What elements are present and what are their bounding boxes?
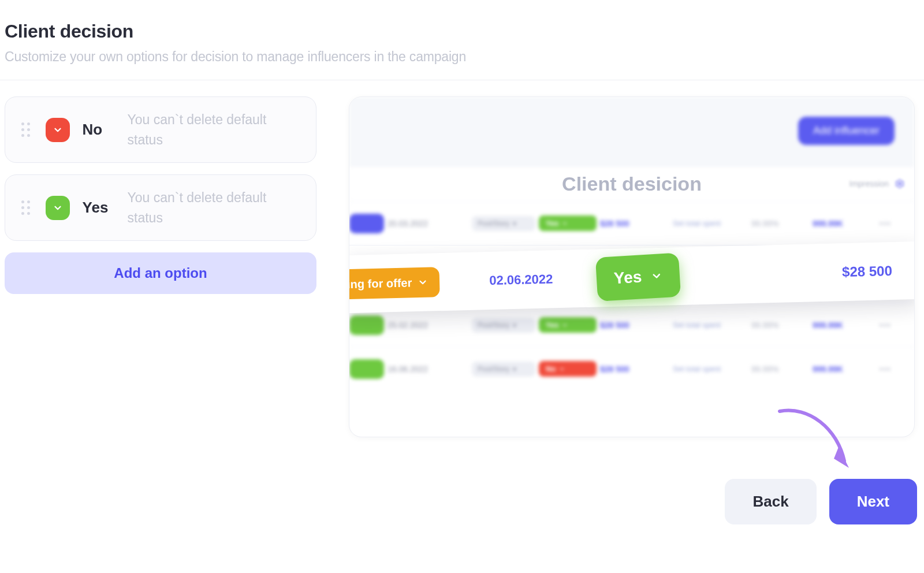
wizard-footer: Back Next — [725, 479, 917, 524]
focus-row-amount: $28 500 — [842, 263, 892, 280]
set-total-spent[interactable]: Set total spent — [673, 321, 748, 329]
row-amount: $28 500 — [600, 364, 669, 374]
option-row-no[interactable]: No You can`t delete default status — [5, 96, 316, 163]
table-row: 16.06.2022 Post/Story ▾ No $28 500 Set t… — [349, 347, 914, 390]
svg-point-1 — [899, 183, 901, 185]
preview-panel: Add influencer Client desicion Impressio… — [349, 96, 915, 437]
column-title: Client desicion — [562, 173, 702, 195]
set-total-spent[interactable]: Set total spent — [673, 219, 748, 228]
row-menu-icon[interactable]: ••• — [880, 219, 908, 228]
row-fragment-chip — [349, 214, 384, 233]
row-amount: $28 500 — [600, 219, 669, 228]
add-influencer-button[interactable]: Add influencer — [798, 117, 895, 145]
post-story-select[interactable]: Post/Story ▾ — [472, 318, 535, 333]
gear-icon[interactable] — [895, 178, 905, 189]
chevron-down-icon — [53, 203, 63, 213]
decision-pill[interactable]: Yes — [539, 317, 597, 333]
decision-dropdown[interactable]: Yes — [595, 253, 681, 302]
table-row: 20.03.2022 Post/Story ▾ Yes $28 500 Set … — [349, 201, 914, 245]
chevron-down-icon — [651, 270, 663, 282]
row-k: 999.99K — [813, 219, 876, 228]
page-title: Client decision — [5, 21, 919, 42]
column-header: Client desicion Impression — [349, 166, 914, 201]
options-panel: No You can`t delete default status Yes Y… — [5, 96, 316, 437]
option-row-yes[interactable]: Yes You can`t delete default status — [5, 174, 316, 241]
post-story-select[interactable]: Post/Story ▾ — [472, 362, 535, 377]
column-right-meta: Impression — [850, 178, 905, 189]
drag-handle-icon[interactable] — [19, 201, 33, 215]
page-subtitle: Customize your own options for decision … — [5, 49, 919, 65]
preview-header: Add influencer — [349, 97, 914, 166]
next-button[interactable]: Next — [829, 479, 917, 524]
row-fragment-chip — [349, 359, 384, 379]
chevron-down-icon — [53, 125, 63, 135]
row-date: 20.03.2022 — [388, 219, 468, 228]
status-chip-no — [46, 118, 70, 142]
chevron-down-icon — [418, 277, 428, 288]
row-fragment-chip — [349, 315, 384, 335]
add-option-button[interactable]: Add an option — [5, 252, 316, 294]
option-label: Yes — [83, 199, 115, 217]
option-hint: You can`t delete default status — [128, 110, 302, 150]
annotation-arrow-icon — [774, 405, 855, 475]
back-button[interactable]: Back — [725, 479, 816, 524]
row-percent: 99.99% — [751, 219, 809, 228]
row-date: 16.06.2022 — [388, 364, 468, 374]
row-date: 25.02.2022 — [388, 321, 468, 330]
impression-label: Impression — [850, 179, 889, 188]
option-label: No — [83, 121, 115, 139]
row-percent: 99.99% — [751, 364, 809, 374]
row-k: 999.99K — [813, 364, 876, 374]
row-menu-icon[interactable]: ••• — [880, 364, 908, 374]
decision-pill[interactable]: Yes — [539, 215, 597, 231]
row-menu-icon[interactable]: ••• — [880, 321, 908, 330]
drag-handle-icon[interactable] — [19, 123, 33, 137]
row-percent: 99.99% — [751, 321, 809, 330]
status-chip-yes — [46, 196, 70, 220]
set-total-spent[interactable]: Set total spent — [673, 364, 748, 373]
option-hint: You can`t delete default status — [128, 188, 302, 228]
row-k: 999.99K — [813, 321, 876, 330]
post-story-select[interactable]: Post/Story ▾ — [472, 216, 535, 231]
row-amount: $28 500 — [600, 321, 669, 330]
focus-row-date: 02.06.2022 — [489, 271, 553, 288]
page-header: Client decision Customize your own optio… — [0, 0, 924, 80]
waiting-for-offer-chip[interactable]: ing for offer — [349, 267, 440, 299]
decision-pill[interactable]: No — [539, 361, 597, 377]
